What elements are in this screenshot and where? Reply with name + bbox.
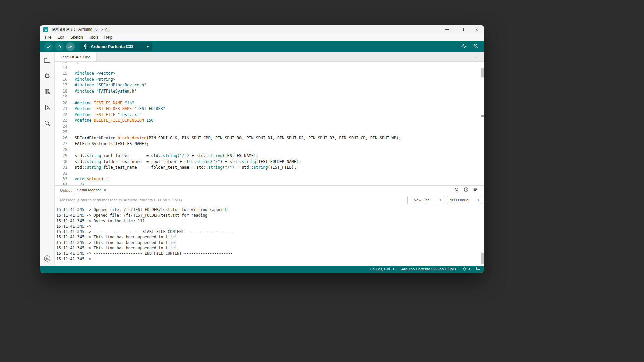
board-selector[interactable]: Arduino Portenta C33 ▾ <box>80 42 152 51</box>
serial-monitor-button[interactable] <box>473 43 479 50</box>
minimize-button[interactable] <box>440 25 454 34</box>
window-controls: × <box>440 25 484 34</box>
code-editor[interactable]: 13*/1415#include <vector>16#include <str… <box>55 62 484 185</box>
menu-sketch[interactable]: Sketch <box>67 34 86 40</box>
serial-monitor-icon <box>473 43 479 49</box>
serial-line: 15:11:41.345 -> Bytes in the file: 111 <box>56 218 484 224</box>
line-number: 31 <box>55 165 67 171</box>
chevron-down-icon: ▾ <box>477 198 479 202</box>
clear-output-button[interactable] <box>473 187 478 193</box>
tab-output-label: Output <box>60 188 72 192</box>
tab-serial-monitor[interactable]: Serial Monitor × <box>74 186 109 194</box>
code-line: 21#define TEST_FOLDER_NAME "TEST_FOLDER" <box>55 106 484 112</box>
line-number: 17 <box>55 82 67 88</box>
serial-line: 15:11:41.345 -> <box>56 256 484 262</box>
tab-output[interactable]: Output <box>57 187 74 194</box>
bottom-panel: Output Serial Monitor × <box>55 185 484 266</box>
usb-icon <box>84 44 88 50</box>
code-text: std::string folder_test_name = root_fold… <box>75 159 301 165</box>
editor-scrollbar-thumb[interactable] <box>481 68 484 77</box>
code-text: #define TEST_FOLDER_NAME "TEST_FOLDER" <box>75 106 165 112</box>
arduino-ide-window: ∞ TestSDCARD | Arduino IDE 2.2.1 × File … <box>40 25 484 273</box>
baud-rate-select[interactable]: 9600 baud ▾ <box>447 196 482 204</box>
close-serial-monitor-icon[interactable]: × <box>104 188 106 192</box>
line-number: 28 <box>55 147 67 153</box>
editor-tabbar: TestSDCARD.ino ··· <box>55 52 484 62</box>
serial-monitor-actions <box>454 187 481 193</box>
sidebar-item-search[interactable] <box>40 115 55 131</box>
account-icon <box>43 255 51 262</box>
sidebar-item-library-manager[interactable] <box>40 84 55 100</box>
code-line: 15#include <vector> <box>55 71 484 77</box>
line-number: 32 <box>55 171 67 177</box>
line-number: 20 <box>55 100 67 106</box>
menu-tools[interactable]: Tools <box>86 34 101 40</box>
line-ending-value: New Line <box>414 198 430 202</box>
sidebar-item-boards-manager[interactable] <box>40 68 55 84</box>
sidebar-item-account[interactable] <box>40 251 55 266</box>
code-text: #define TEST_FILE "test.txt" <box>75 112 142 118</box>
chevron-down-icon: ▾ <box>142 45 149 49</box>
maximize-button[interactable] <box>454 25 469 34</box>
board-selector-label: Arduino Portenta C33 <box>91 44 134 49</box>
serial-plotter-button[interactable] <box>461 44 467 50</box>
menu-file[interactable]: File <box>42 34 54 40</box>
verify-button[interactable] <box>44 42 53 51</box>
code-text: #include "FATFileSystem.h" <box>75 88 137 95</box>
serial-output-area[interactable]: 15:11:41.345 -> Opened file: /fs/TEST_FO… <box>55 205 484 266</box>
toggle-timestamp-button[interactable] <box>464 187 469 193</box>
code-text: std::string file_test_name = folder_test… <box>75 165 297 171</box>
code-text: std::string root_folder = std::string("/… <box>75 153 258 159</box>
sidebar-item-debug[interactable] <box>40 100 55 115</box>
serial-message-input[interactable] <box>57 196 408 204</box>
line-number: 19 <box>55 94 67 100</box>
code-text: SDCardBlockDevice block_device(PIN_SDHI_… <box>75 135 401 141</box>
serial-line: 15:11:41.345 -> Opened file: /fs/TEST_FO… <box>56 207 484 213</box>
scroll-to-bottom-button[interactable] <box>454 187 459 193</box>
line-number: 23 <box>55 118 67 124</box>
debug-button[interactable] <box>66 42 75 51</box>
code-text: FATFileSystem fs(TEST_FS_NAME); <box>75 141 149 147</box>
code-line: 31std::string file_test_name = folder_te… <box>55 165 484 171</box>
editor-more-actions[interactable]: ··· <box>475 52 484 61</box>
toggle-panel-button[interactable] <box>476 266 481 272</box>
toolbar: Arduino Portenta C33 ▾ <box>40 41 484 52</box>
notifications-button[interactable]: 3 <box>462 267 470 272</box>
titlebar: ∞ TestSDCARD | Arduino IDE 2.2.1 × <box>40 25 484 34</box>
serial-output: 15:11:41.345 -> Opened file: /fs/TEST_FO… <box>56 207 484 262</box>
line-number: 25 <box>55 129 67 135</box>
code-line: 20#define TEST_FS_NAME "fs" <box>55 100 484 106</box>
line-ending-select[interactable]: New Line ▾ <box>411 196 444 204</box>
code-line: 32 <box>55 171 484 177</box>
chip-icon <box>43 72 51 80</box>
menu-edit[interactable]: Edit <box>54 34 67 40</box>
line-number: 34 <box>55 182 67 186</box>
activity-sidebar <box>40 52 55 266</box>
cursor-position[interactable]: Ln 123, Col 10 <box>370 267 395 271</box>
serial-line: 15:11:41.345 -> This line has been appen… <box>56 240 484 245</box>
tab-testsdcard-ino[interactable]: TestSDCARD.ino <box>55 52 97 61</box>
code-text: #define TEST_FS_NAME "fs" <box>75 100 135 106</box>
upload-button[interactable] <box>55 42 64 51</box>
menu-help[interactable]: Help <box>101 34 116 40</box>
close-button[interactable]: × <box>469 25 484 34</box>
serial-line: 15:11:41.345 -> Opened file: /fs/TEST_FO… <box>56 213 484 218</box>
panel-toggle-icon <box>476 266 481 271</box>
board-connection-status[interactable]: Arduino Portenta C33 on COM9 <box>401 267 456 271</box>
code-line: 18#include "FATFileSystem.h" <box>55 88 484 95</box>
code-text: #include "SDCardBlockDevice.h" <box>75 82 146 88</box>
serial-line: 15:11:41.345 -> -------------------- STA… <box>56 229 484 234</box>
code-text: #define DELETE_FILE_DIMENSION 150 <box>75 118 153 124</box>
code-line: 28 <box>55 147 484 153</box>
line-number: 22 <box>55 112 67 118</box>
serial-scrollbar-thumb[interactable] <box>481 253 484 264</box>
code-line: 34 /* <box>55 182 484 186</box>
code-text: #include <string> <box>75 77 115 83</box>
code-line: 33void setup() { <box>55 176 484 182</box>
code-line: 13*/ <box>55 62 484 65</box>
sidebar-item-sketchbook[interactable] <box>40 52 55 68</box>
code-text: */ <box>75 62 79 65</box>
code-line: 17#include "SDCardBlockDevice.h" <box>55 82 484 88</box>
window-title: TestSDCARD | Arduino IDE 2.2.1 <box>51 27 110 32</box>
code-lines: 13*/1415#include <vector>16#include <str… <box>55 62 484 185</box>
